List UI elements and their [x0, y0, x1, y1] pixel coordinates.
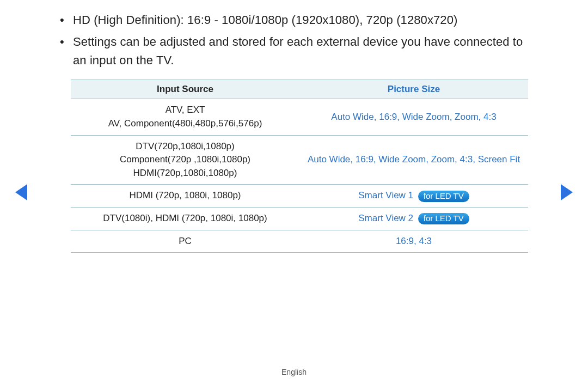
cell-input-source: DTV(1080i), HDMI (720p, 1080i, 1080p) [71, 208, 299, 230]
picture-size-text: Auto Wide, 16:9, Wide Zoom, Zoom, 4:3 [331, 112, 496, 122]
bullet-hd: HD (High Definition): 16:9 - 1080i/1080p… [60, 11, 539, 29]
cell-picture-size: 16:9, 4:3 [299, 230, 528, 253]
th-input-source: Input Source [71, 80, 299, 99]
th-picture-size: Picture Size [299, 80, 528, 99]
bullet-settings: Settings can be adjusted and stored for … [60, 33, 539, 70]
cell-picture-size: Auto Wide, 16:9, Wide Zoom, Zoom, 4:3 [299, 99, 528, 135]
cell-input-source: DTV(720p,1080i,1080p)Component(720p ,108… [71, 135, 299, 185]
cell-picture-size: Smart View 2 for LED TV [299, 208, 528, 230]
cell-picture-size: Auto Wide, 16:9, Wide Zoom, Zoom, 4:3, S… [299, 135, 528, 185]
for-led-tv-badge: for LED TV [418, 191, 469, 202]
cell-input-source: ATV, EXTAV, Component(480i,480p,576i,576… [71, 99, 299, 135]
picture-size-text: 16:9, 4:3 [396, 236, 432, 246]
cell-input-source: HDMI (720p, 1080i, 1080p) [71, 185, 299, 208]
picture-size-table: Input Source Picture Size ATV, EXTAV, Co… [71, 80, 528, 253]
picture-size-text: Auto Wide, 16:9, Wide Zoom, Zoom, 4:3, S… [308, 154, 520, 164]
for-led-tv-badge: for LED TV [418, 213, 469, 224]
picture-size-text: Smart View 1 [358, 190, 413, 200]
table-row: DTV(1080i), HDMI (720p, 1080i, 1080p)Sma… [71, 208, 528, 230]
footer-language: English [0, 368, 588, 376]
table-row: DTV(720p,1080i,1080p)Component(720p ,108… [71, 135, 528, 185]
next-page-arrow-icon[interactable] [561, 184, 573, 200]
table-row: ATV, EXTAV, Component(480i,480p,576i,576… [71, 99, 528, 135]
cell-picture-size: Smart View 1 for LED TV [299, 185, 528, 208]
cell-input-source: PC [71, 230, 299, 253]
table-row: PC16:9, 4:3 [71, 230, 528, 253]
table-row: HDMI (720p, 1080i, 1080p)Smart View 1 fo… [71, 185, 528, 208]
prev-page-arrow-icon[interactable] [15, 184, 27, 200]
picture-size-text: Smart View 2 [358, 213, 413, 223]
